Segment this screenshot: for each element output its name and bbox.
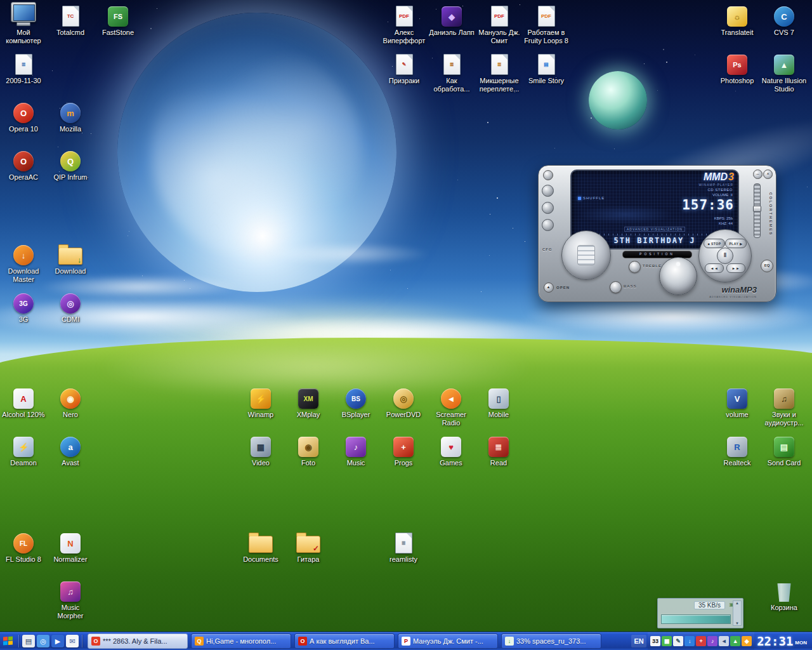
player-minimize-button[interactable]: – bbox=[753, 169, 763, 179]
desktop-icon-qip-infrum[interactable]: Q QIP Infrum bbox=[48, 149, 93, 182]
open-button[interactable]: ▲OPEN bbox=[544, 282, 570, 293]
shuffle-toggle[interactable]: SHUFFLE bbox=[578, 196, 605, 200]
tray-icon-qip[interactable]: ◆ bbox=[742, 636, 752, 646]
player-side-button-2[interactable] bbox=[542, 202, 554, 214]
desktop-icon-sond-card[interactable]: ▤ Sond Card bbox=[761, 434, 807, 467]
player-side-button-1[interactable] bbox=[542, 185, 554, 197]
desktop-icon-cvs-7[interactable]: C CVS 7 bbox=[761, 4, 807, 37]
player-close-button[interactable]: × bbox=[763, 169, 773, 179]
tray-icon-scheduler[interactable]: ▦ bbox=[662, 636, 672, 646]
tray-icon-download-master[interactable]: ↓ bbox=[684, 636, 695, 646]
next-button[interactable]: ►► bbox=[726, 263, 745, 273]
desktop-icon-nature-illusion-studio[interactable]: ▲ Nature Illusion Studio bbox=[761, 52, 807, 93]
desktop-icon-alcohol-120[interactable]: A Alcohol 120% bbox=[1, 386, 46, 419]
desktop-icon-nero[interactable]: ◉ Nero bbox=[48, 386, 93, 419]
desktop-icon-manuel-smith[interactable]: PDF Мануэль Дж. Смит bbox=[476, 4, 522, 45]
desktop-icon-photoshop[interactable]: Ps Photoshop bbox=[714, 52, 760, 85]
player-volume-slider[interactable] bbox=[754, 183, 761, 238]
desktop-icon-avast[interactable]: a Avast bbox=[48, 434, 93, 467]
quicklaunch-keyboard-layout[interactable]: ▤ bbox=[22, 635, 35, 647]
task-button-pdf-manuel[interactable]: P Мануэль Дж. Смит -... bbox=[398, 633, 498, 649]
desktop-icon-cdmi[interactable]: ◎ CDMI bbox=[48, 291, 93, 324]
desktop-icon-download[interactable]: ↓ Download bbox=[48, 242, 93, 275]
bass-knob[interactable] bbox=[610, 281, 622, 293]
desktop-icon-opera-10[interactable]: O Opera 10 bbox=[1, 100, 46, 133]
desktop-icon-download-master[interactable]: ↓ Download Master bbox=[1, 242, 46, 284]
desktop-icon-operaac[interactable]: O OperaAC bbox=[1, 149, 46, 182]
desktop-icon-fruity-loops-book[interactable]: PDF Работаем в Fruity Loops 8 bbox=[523, 4, 569, 45]
desktop-icon-music-morpher[interactable]: ♫ Music Morpher bbox=[48, 579, 93, 620]
desktop-icon-date-folder[interactable]: ≣ 2009-11-30 bbox=[1, 52, 46, 85]
desktop-icon-reamlisty[interactable]: ≣ reamlisty bbox=[381, 531, 426, 564]
colorthemes-strip[interactable]: COLORTHEMES bbox=[769, 192, 773, 236]
treble-knob[interactable] bbox=[629, 261, 641, 273]
config-button[interactable]: CFG bbox=[542, 248, 553, 251]
tray-icon-punto-switcher[interactable]: ✎ bbox=[673, 636, 683, 646]
language-indicator[interactable]: EN bbox=[631, 635, 646, 647]
desktop-icon-mikshernye-pereplete[interactable]: ≣ Микшерные переплете... bbox=[476, 52, 522, 93]
desktop-icon-daniel-lapp[interactable]: ◆ Даниэль Лапп bbox=[429, 4, 475, 37]
desktop-icon-my-computer[interactable]: Мой компьютер bbox=[1, 4, 46, 45]
quicklaunch-mail[interactable]: ✉ bbox=[66, 635, 79, 647]
tray-icon-network[interactable]: ▲ bbox=[730, 636, 740, 646]
eq-button[interactable]: EQ bbox=[761, 260, 773, 272]
desktop-icon-mozilla[interactable]: m Mozilla bbox=[48, 100, 93, 133]
traffic-scrollbar[interactable]: ▲▼ bbox=[733, 600, 742, 626]
desktop-icon-powerdvd[interactable]: ◎ PowerDVD bbox=[381, 386, 426, 419]
tray-icon-volume[interactable]: ◄ bbox=[719, 636, 729, 646]
desktop-icon-bsplayer[interactable]: BS BSplayer bbox=[333, 386, 379, 419]
task-button-opera-page[interactable]: O А как выглядит Ва... bbox=[294, 633, 395, 649]
task-button-opera-aly-fila[interactable]: O *** 2863. Aly & Fila... bbox=[88, 633, 188, 649]
pause-button[interactable]: ‖ bbox=[717, 248, 733, 264]
start-button[interactable] bbox=[0, 632, 16, 650]
desktop-icon-xmplay[interactable]: XM XMplay bbox=[285, 386, 331, 419]
desktop-icon-foto-folder[interactable]: ◉ Foto bbox=[285, 434, 331, 467]
desktop-icon-smile-story[interactable]: ▤ Smile Story bbox=[523, 52, 569, 85]
desktop-icon-korzina[interactable]: Корзина bbox=[761, 579, 807, 612]
tray-icon-temp-badge[interactable]: 33 bbox=[650, 636, 660, 646]
desktop-icon-read-folder[interactable]: ≣ Read bbox=[476, 434, 521, 467]
playlist-button[interactable] bbox=[577, 245, 595, 265]
slider-thumb[interactable] bbox=[753, 206, 761, 212]
tray-icon-audio-app[interactable]: ♪ bbox=[707, 636, 717, 646]
desktop-icon-games-folder[interactable]: ♥ Games bbox=[428, 434, 474, 467]
desktop-icon-video-folder[interactable]: ▦ Video bbox=[238, 434, 284, 467]
task-button-download-progress[interactable]: ↓ 33% spaces_ru_373... bbox=[501, 633, 601, 649]
taskbar-clock[interactable]: 22:31 MON bbox=[754, 634, 812, 648]
tray-icon-antivirus[interactable]: + bbox=[696, 636, 706, 646]
desktop-icon-progs-folder[interactable]: + Progs bbox=[381, 434, 426, 467]
download-master-icon: ↓ bbox=[13, 245, 34, 265]
mmd3-winamp-player[interactable]: – × MMD3 WINAMP-PLAYER SHUFFLE CD STEREO… bbox=[538, 165, 776, 302]
desktop-icon-deamon[interactable]: ⚡ Deamon bbox=[1, 434, 46, 467]
network-traffic-widget[interactable]: 35 KB/s ▣ ▲▼ bbox=[657, 598, 743, 628]
desktop-icon-totalcmd[interactable]: TC Totalcmd bbox=[48, 4, 93, 37]
desktop-icon-documents-folder[interactable]: Documents bbox=[238, 531, 284, 564]
volume-knob[interactable] bbox=[659, 257, 697, 295]
desktop-icon-realteck[interactable]: R Realteck bbox=[714, 434, 760, 467]
scroll-down-icon[interactable]: ▼ bbox=[735, 621, 739, 625]
desktop-icon-winamp[interactable]: ⚡ Winamp bbox=[238, 386, 284, 419]
desktop-icon-gitara-folder[interactable]: ✓ Гитара bbox=[285, 531, 331, 564]
quicklaunch-media-player[interactable]: ▶ bbox=[51, 635, 64, 647]
desktop-icon-screamer-radio[interactable]: ◄ Screamer Radio bbox=[428, 386, 474, 427]
desktop-icon-mobile[interactable]: ▯ Mobile bbox=[476, 386, 521, 419]
stop-button[interactable]: ■STOP bbox=[704, 239, 725, 248]
scroll-up-icon[interactable]: ▲ bbox=[735, 601, 739, 605]
quicklaunch-explorer[interactable]: ◎ bbox=[37, 635, 49, 647]
desktop-icon-zvuki-audio[interactable]: ♫ Звуки и аудиоустр... bbox=[761, 386, 807, 427]
desktop-icon-kak-obrabotat[interactable]: ≣ Как обработа... bbox=[429, 52, 475, 93]
desktop-icon-prizraki[interactable]: ✎ Призраки bbox=[381, 52, 427, 85]
desktop-icon-aleks-viperffort[interactable]: PDF Алекс Виперффорт bbox=[381, 4, 427, 45]
desktop-icon-faststone[interactable]: FS FastStone bbox=[95, 4, 141, 37]
player-side-button-3[interactable] bbox=[542, 219, 554, 231]
desktop-icon-normalizer[interactable]: N Normalizer bbox=[48, 531, 93, 564]
task-button-qip-chat[interactable]: Q Hi,Game - многопол... bbox=[191, 633, 291, 649]
desktop-icon-fl-studio-8[interactable]: FL FL Studio 8 bbox=[1, 531, 46, 564]
desktop-icon-translateit[interactable]: ☼ Translateit bbox=[714, 4, 760, 37]
desktop-icon-3g[interactable]: 3G 3G bbox=[1, 291, 46, 324]
desktop-icon-volume-folder[interactable]: V volume bbox=[714, 386, 760, 419]
play-button[interactable]: PLAY▶ bbox=[725, 239, 747, 248]
previous-button[interactable]: ◄◄ bbox=[705, 263, 724, 273]
desktop-icon-music-folder[interactable]: ♪ Music bbox=[333, 434, 379, 467]
player-options-button[interactable] bbox=[543, 170, 553, 180]
